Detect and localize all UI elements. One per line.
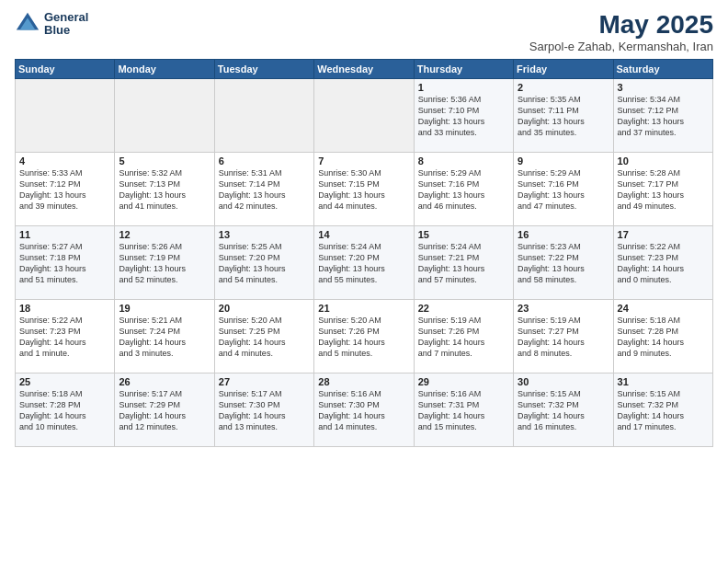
calendar-cell: 17Sunrise: 5:22 AM Sunset: 7:23 PM Dayli…	[613, 225, 712, 299]
month-title: May 2025	[529, 11, 713, 40]
cell-info: Sunrise: 5:35 AM Sunset: 7:11 PM Dayligh…	[518, 94, 609, 139]
logo: General Blue	[15, 11, 88, 38]
weekday-header: Saturday	[613, 59, 712, 78]
cell-info: Sunrise: 5:16 AM Sunset: 7:31 PM Dayligh…	[418, 388, 509, 433]
title-block: May 2025 Sarpol-e Zahab, Kermanshah, Ira…	[529, 11, 713, 53]
cell-info: Sunrise: 5:15 AM Sunset: 7:32 PM Dayligh…	[518, 388, 609, 433]
weekday-header: Tuesday	[214, 59, 313, 78]
day-number: 12	[119, 229, 210, 240]
calendar-week-row: 25Sunrise: 5:18 AM Sunset: 7:28 PM Dayli…	[16, 373, 713, 446]
calendar-cell: 26Sunrise: 5:17 AM Sunset: 7:29 PM Dayli…	[115, 373, 214, 446]
calendar-cell: 27Sunrise: 5:17 AM Sunset: 7:30 PM Dayli…	[214, 373, 313, 446]
weekday-header: Friday	[514, 59, 613, 78]
cell-info: Sunrise: 5:29 AM Sunset: 7:16 PM Dayligh…	[418, 167, 509, 213]
calendar-cell	[16, 78, 115, 152]
calendar-cell: 16Sunrise: 5:23 AM Sunset: 7:22 PM Dayli…	[514, 225, 613, 299]
cell-info: Sunrise: 5:24 AM Sunset: 7:20 PM Dayligh…	[318, 241, 409, 286]
cell-info: Sunrise: 5:17 AM Sunset: 7:29 PM Dayligh…	[119, 388, 210, 433]
cell-info: Sunrise: 5:15 AM Sunset: 7:32 PM Dayligh…	[618, 388, 709, 433]
day-number: 11	[19, 229, 110, 240]
day-number: 9	[518, 155, 609, 167]
logo-icon	[15, 11, 40, 37]
calendar-cell: 7Sunrise: 5:30 AM Sunset: 7:15 PM Daylig…	[314, 152, 414, 225]
page: General Blue May 2025 Sarpol-e Zahab, Ke…	[0, 0, 728, 563]
cell-info: Sunrise: 5:18 AM Sunset: 7:28 PM Dayligh…	[618, 315, 709, 360]
cell-info: Sunrise: 5:34 AM Sunset: 7:12 PM Dayligh…	[618, 94, 709, 139]
calendar-cell	[115, 78, 214, 152]
day-number: 22	[418, 303, 509, 314]
day-number: 5	[119, 155, 210, 167]
weekday-header: Sunday	[16, 59, 115, 78]
calendar-cell: 2Sunrise: 5:35 AM Sunset: 7:11 PM Daylig…	[514, 78, 613, 152]
cell-info: Sunrise: 5:32 AM Sunset: 7:13 PM Dayligh…	[119, 167, 210, 213]
cell-info: Sunrise: 5:18 AM Sunset: 7:28 PM Dayligh…	[19, 388, 110, 433]
day-number: 30	[518, 376, 609, 387]
calendar-cell: 15Sunrise: 5:24 AM Sunset: 7:21 PM Dayli…	[414, 225, 513, 299]
calendar-cell: 22Sunrise: 5:19 AM Sunset: 7:26 PM Dayli…	[414, 299, 513, 373]
day-number: 4	[19, 155, 110, 167]
cell-info: Sunrise: 5:22 AM Sunset: 7:23 PM Dayligh…	[618, 241, 709, 286]
calendar-header-row: SundayMondayTuesdayWednesdayThursdayFrid…	[16, 59, 713, 78]
cell-info: Sunrise: 5:33 AM Sunset: 7:12 PM Dayligh…	[19, 167, 110, 213]
calendar-table: SundayMondayTuesdayWednesdayThursdayFrid…	[15, 59, 713, 447]
cell-info: Sunrise: 5:36 AM Sunset: 7:10 PM Dayligh…	[418, 94, 509, 139]
day-number: 2	[518, 82, 609, 93]
calendar-body: 1Sunrise: 5:36 AM Sunset: 7:10 PM Daylig…	[16, 78, 713, 446]
calendar-week-row: 18Sunrise: 5:22 AM Sunset: 7:23 PM Dayli…	[16, 299, 713, 373]
cell-info: Sunrise: 5:17 AM Sunset: 7:30 PM Dayligh…	[219, 388, 310, 433]
day-number: 29	[418, 376, 509, 387]
cell-info: Sunrise: 5:20 AM Sunset: 7:25 PM Dayligh…	[219, 315, 310, 360]
calendar-cell: 23Sunrise: 5:19 AM Sunset: 7:27 PM Dayli…	[514, 299, 613, 373]
calendar-cell: 6Sunrise: 5:31 AM Sunset: 7:14 PM Daylig…	[214, 152, 313, 225]
cell-info: Sunrise: 5:22 AM Sunset: 7:23 PM Dayligh…	[19, 315, 110, 360]
day-number: 8	[418, 155, 509, 167]
cell-info: Sunrise: 5:31 AM Sunset: 7:14 PM Dayligh…	[219, 167, 310, 213]
calendar-cell: 19Sunrise: 5:21 AM Sunset: 7:24 PM Dayli…	[115, 299, 214, 373]
cell-info: Sunrise: 5:27 AM Sunset: 7:18 PM Dayligh…	[19, 241, 110, 286]
day-number: 23	[518, 303, 609, 314]
calendar-cell: 1Sunrise: 5:36 AM Sunset: 7:10 PM Daylig…	[414, 78, 513, 152]
day-number: 10	[618, 155, 709, 167]
day-number: 18	[19, 303, 110, 314]
calendar-cell: 24Sunrise: 5:18 AM Sunset: 7:28 PM Dayli…	[613, 299, 712, 373]
calendar-cell: 30Sunrise: 5:15 AM Sunset: 7:32 PM Dayli…	[514, 373, 613, 446]
day-number: 13	[219, 229, 310, 240]
cell-info: Sunrise: 5:24 AM Sunset: 7:21 PM Dayligh…	[418, 241, 509, 286]
day-number: 20	[219, 303, 310, 314]
calendar-cell: 10Sunrise: 5:28 AM Sunset: 7:17 PM Dayli…	[613, 152, 712, 225]
weekday-header: Thursday	[414, 59, 513, 78]
weekday-header: Monday	[115, 59, 214, 78]
cell-info: Sunrise: 5:25 AM Sunset: 7:20 PM Dayligh…	[219, 241, 310, 286]
day-number: 31	[618, 376, 709, 387]
day-number: 26	[119, 376, 210, 387]
day-number: 1	[418, 82, 509, 93]
calendar-cell: 13Sunrise: 5:25 AM Sunset: 7:20 PM Dayli…	[214, 225, 313, 299]
calendar-cell: 11Sunrise: 5:27 AM Sunset: 7:18 PM Dayli…	[16, 225, 115, 299]
day-number: 15	[418, 229, 509, 240]
calendar-cell: 14Sunrise: 5:24 AM Sunset: 7:20 PM Dayli…	[314, 225, 414, 299]
day-number: 3	[618, 82, 709, 93]
calendar-cell: 21Sunrise: 5:20 AM Sunset: 7:26 PM Dayli…	[314, 299, 414, 373]
calendar-cell	[314, 78, 414, 152]
calendar-week-row: 1Sunrise: 5:36 AM Sunset: 7:10 PM Daylig…	[16, 78, 713, 152]
cell-info: Sunrise: 5:30 AM Sunset: 7:15 PM Dayligh…	[318, 167, 409, 213]
cell-info: Sunrise: 5:19 AM Sunset: 7:26 PM Dayligh…	[418, 315, 509, 360]
day-number: 6	[219, 155, 310, 167]
cell-info: Sunrise: 5:19 AM Sunset: 7:27 PM Dayligh…	[518, 315, 609, 360]
calendar-cell: 25Sunrise: 5:18 AM Sunset: 7:28 PM Dayli…	[16, 373, 115, 446]
day-number: 7	[318, 155, 409, 167]
calendar-cell: 31Sunrise: 5:15 AM Sunset: 7:32 PM Dayli…	[613, 373, 712, 446]
cell-info: Sunrise: 5:26 AM Sunset: 7:19 PM Dayligh…	[119, 241, 210, 286]
location-subtitle: Sarpol-e Zahab, Kermanshah, Iran	[529, 40, 713, 53]
calendar-cell: 28Sunrise: 5:16 AM Sunset: 7:30 PM Dayli…	[314, 373, 414, 446]
cell-info: Sunrise: 5:16 AM Sunset: 7:30 PM Dayligh…	[318, 388, 409, 433]
header: General Blue May 2025 Sarpol-e Zahab, Ke…	[15, 11, 713, 53]
weekday-header: Wednesday	[314, 59, 414, 78]
calendar-cell: 12Sunrise: 5:26 AM Sunset: 7:19 PM Dayli…	[115, 225, 214, 299]
cell-info: Sunrise: 5:21 AM Sunset: 7:24 PM Dayligh…	[119, 315, 210, 360]
day-number: 28	[318, 376, 409, 387]
calendar-cell: 29Sunrise: 5:16 AM Sunset: 7:31 PM Dayli…	[414, 373, 513, 446]
calendar-cell: 8Sunrise: 5:29 AM Sunset: 7:16 PM Daylig…	[414, 152, 513, 225]
calendar-cell: 18Sunrise: 5:22 AM Sunset: 7:23 PM Dayli…	[16, 299, 115, 373]
day-number: 17	[618, 229, 709, 240]
